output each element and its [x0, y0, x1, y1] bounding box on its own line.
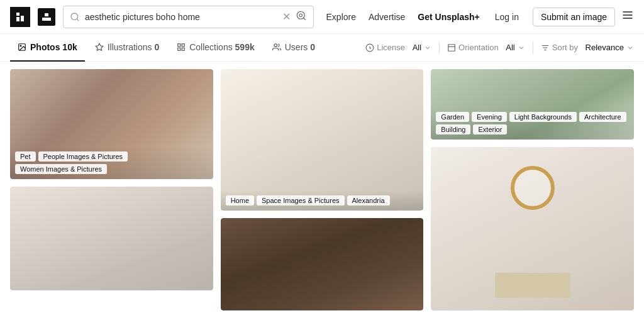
nav-explore[interactable]: Explore	[326, 12, 356, 22]
svg-point-5	[297, 11, 304, 19]
search-input[interactable]	[85, 12, 277, 22]
svg-rect-15	[182, 48, 184, 50]
image-grid: Pet People Images & Pictures Women Image…	[0, 62, 644, 318]
column-2: Home Space Images & Pictures Alexandria	[221, 69, 424, 310]
illustrations-tab-icon	[95, 43, 104, 52]
svg-point-4	[71, 13, 78, 20]
filter-divider-2	[533, 41, 533, 54]
license-filter[interactable]: License All	[365, 43, 431, 52]
image-card-2[interactable]	[10, 187, 213, 290]
users-tab-icon	[272, 43, 281, 52]
tab-photos[interactable]: Photos 10k	[10, 34, 85, 62]
nav-advertise[interactable]: Advertise	[369, 12, 405, 22]
tag-alexandria[interactable]: Alexandria	[347, 195, 390, 206]
tag-exterior[interactable]: Exterior	[473, 124, 507, 134]
svg-point-16	[274, 43, 277, 47]
svg-rect-14	[178, 48, 180, 50]
image-card-3[interactable]: Home Space Images & Pictures Alexandria	[221, 69, 424, 211]
image-card-1[interactable]: Pet People Images & Pictures Women Image…	[10, 69, 213, 179]
tag-light-backgrounds[interactable]: Light Backgrounds	[509, 112, 577, 122]
sub-header: Photos 10k Illustrations 0 Collections 5…	[0, 34, 644, 62]
logo-mark[interactable]	[38, 8, 55, 26]
tag-architecture[interactable]: Architecture	[579, 112, 626, 122]
svg-point-11	[20, 45, 21, 47]
tag-women-images[interactable]: Women Images & Pictures	[15, 164, 107, 174]
tag-people-images[interactable]: People Images & Pictures	[38, 151, 128, 162]
main-nav: Explore Advertise Get Unsplash+	[326, 12, 480, 22]
orientation-filter[interactable]: Orientation All	[447, 43, 525, 52]
license-chevron-icon	[424, 44, 431, 52]
menu-button[interactable]	[621, 9, 634, 25]
sort-chevron-icon	[626, 44, 634, 52]
search-icon	[70, 12, 80, 22]
collections-tab-icon	[177, 43, 186, 52]
svg-rect-18	[448, 44, 455, 51]
tab-illustrations[interactable]: Illustrations 0	[87, 34, 167, 62]
svg-rect-13	[182, 43, 184, 46]
header: ✕ Explore Advertise Get Unsplash+ Log in…	[0, 0, 644, 34]
search-bar: ✕	[63, 6, 314, 28]
content-tabs: Photos 10k Illustrations 0 Collections 5…	[10, 34, 365, 62]
image-tags-1: Pet People Images & Pictures Women Image…	[10, 146, 213, 179]
clear-search-button[interactable]: ✕	[282, 11, 291, 23]
svg-point-6	[299, 14, 303, 17]
tag-garden[interactable]: Garden	[436, 112, 469, 122]
image-card-5[interactable]: Garden Evening Light Backgrounds Archite…	[431, 69, 634, 140]
filter-controls: License All Orientation All Sort by Rele…	[365, 41, 634, 54]
tab-collections[interactable]: Collections 599k	[169, 34, 262, 62]
tag-home[interactable]: Home	[226, 195, 254, 206]
svg-rect-3	[42, 18, 51, 21]
nav-unsplash-plus[interactable]: Get Unsplash+	[418, 12, 479, 22]
header-actions: Log in Submit an image	[487, 8, 634, 26]
tag-space-images[interactable]: Space Images & Pictures	[257, 195, 345, 206]
submit-image-button[interactable]: Submit an image	[533, 8, 615, 26]
image-card-6[interactable]	[431, 147, 634, 310]
sort-icon	[541, 43, 550, 52]
column-1: Pet People Images & Pictures Women Image…	[10, 69, 213, 310]
photos-tab-icon	[18, 43, 26, 52]
image-card-4[interactable]	[221, 218, 424, 310]
svg-rect-2	[45, 13, 48, 16]
tag-building[interactable]: Building	[436, 124, 470, 134]
filter-divider-1	[439, 41, 440, 54]
visual-search-button[interactable]	[296, 10, 307, 23]
tab-users[interactable]: Users 0	[265, 34, 323, 62]
image-tags-5: Garden Evening Light Backgrounds Archite…	[431, 107, 634, 140]
license-icon	[365, 43, 374, 52]
tag-evening[interactable]: Evening	[472, 112, 507, 122]
unsplash-logo[interactable]	[10, 7, 30, 27]
column-3: Garden Evening Light Backgrounds Archite…	[431, 69, 634, 310]
svg-rect-12	[178, 43, 180, 46]
orientation-chevron-icon	[518, 44, 525, 52]
login-button[interactable]: Log in	[487, 8, 526, 26]
image-tags-3: Home Space Images & Pictures Alexandria	[221, 190, 424, 211]
tag-pet[interactable]: Pet	[15, 151, 36, 162]
sort-button[interactable]: Sort by Relevance	[541, 43, 634, 52]
orientation-icon	[447, 43, 456, 52]
